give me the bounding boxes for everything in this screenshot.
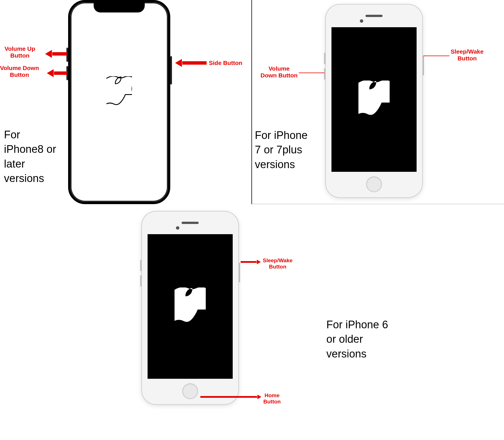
label-volume-up: Volume Up Button — [5, 45, 35, 59]
iphone7-illustration — [326, 5, 422, 197]
home-button — [182, 383, 198, 399]
label-side-button: Side Button — [209, 60, 242, 66]
panel-iphone8-later: Volume Up Button Volume Down Button Side… — [0, 0, 252, 204]
phone-screen — [148, 234, 233, 379]
volume-up-side — [324, 53, 325, 64]
phone-screen — [331, 27, 417, 172]
phone-speaker — [366, 15, 383, 17]
sleep-wake-side — [423, 56, 424, 75]
phone-front-camera — [176, 226, 179, 230]
volume-down-side — [324, 68, 325, 80]
label-sleepwake-7: Sleep/Wake Button — [451, 48, 484, 62]
volume-up-side — [140, 260, 141, 271]
iphone6-illustration — [142, 211, 238, 404]
phone-speaker — [182, 222, 199, 224]
label-volume-down-7: Volume Down Button — [261, 65, 298, 79]
panel-iphone7: Volume Down Button Sleep/Wake Button For… — [252, 0, 504, 204]
label-volume-down: Volume Down Button — [0, 65, 39, 78]
side-button — [170, 56, 172, 84]
label-home-6: Home Button — [263, 392, 281, 405]
sleep-wake-side — [239, 263, 240, 282]
line-volume-down-7 — [299, 73, 324, 73]
apple-logo-icon — [106, 76, 132, 108]
panel-iphone6: Sleep/Wake Button Home Button For iPhone… — [85, 204, 426, 440]
line-sleepwake-7 — [423, 56, 450, 56]
caption-iphone8: For iPhone8 or later versions — [4, 128, 56, 186]
phone-front-camera — [360, 19, 363, 23]
caption-iphone6: For iPhone 6 or older versions — [326, 318, 388, 361]
phone-notch — [94, 2, 145, 12]
apple-logo-icon — [175, 287, 206, 325]
label-sleepwake-6: Sleep/Wake Button — [263, 257, 293, 270]
apple-logo-icon — [358, 81, 390, 119]
volume-down-side — [140, 275, 141, 287]
iphone-notch-illustration — [68, 0, 170, 204]
caption-iphone7: For iPhone 7 or 7plus versions — [255, 128, 308, 172]
home-button — [366, 176, 382, 192]
